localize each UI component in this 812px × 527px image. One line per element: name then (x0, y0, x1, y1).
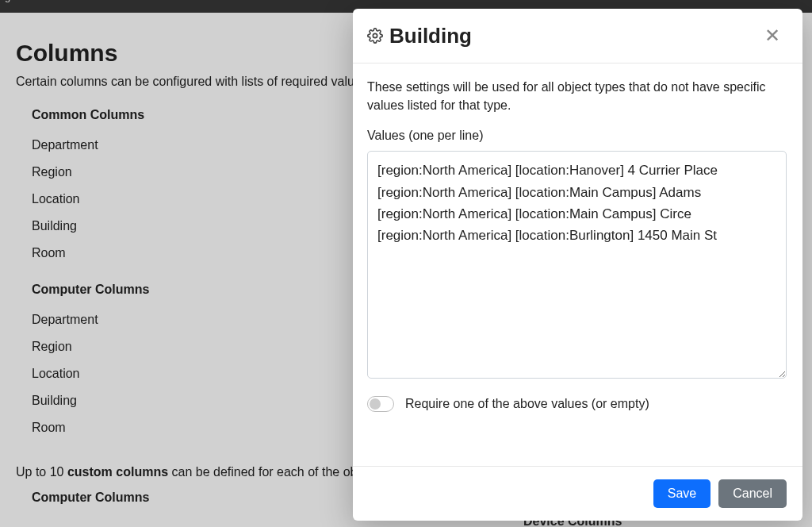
modal-footer: Save Cancel (353, 467, 802, 521)
gear-icon (367, 28, 383, 44)
save-button[interactable]: Save (653, 479, 710, 508)
require-toggle[interactable] (367, 396, 394, 412)
topbar-text-fragment: gs (5, 0, 16, 2)
modal-title: Building (389, 24, 758, 48)
require-toggle-label: Require one of the above values (or empt… (405, 397, 649, 411)
svg-point-0 (373, 33, 377, 37)
close-button[interactable]: ✕ (758, 23, 787, 48)
cancel-button[interactable]: Cancel (718, 479, 787, 508)
modal-body: These settings will be used for all obje… (353, 63, 802, 467)
close-icon: ✕ (764, 25, 780, 46)
modal-description: These settings will be used for all obje… (367, 78, 787, 114)
require-toggle-row: Require one of the above values (or empt… (367, 396, 787, 412)
values-textarea[interactable] (367, 151, 787, 379)
values-label: Values (one per line) (367, 129, 787, 143)
building-modal: Building ✕ These settings will be used f… (353, 9, 802, 521)
modal-header: Building ✕ (353, 9, 802, 63)
